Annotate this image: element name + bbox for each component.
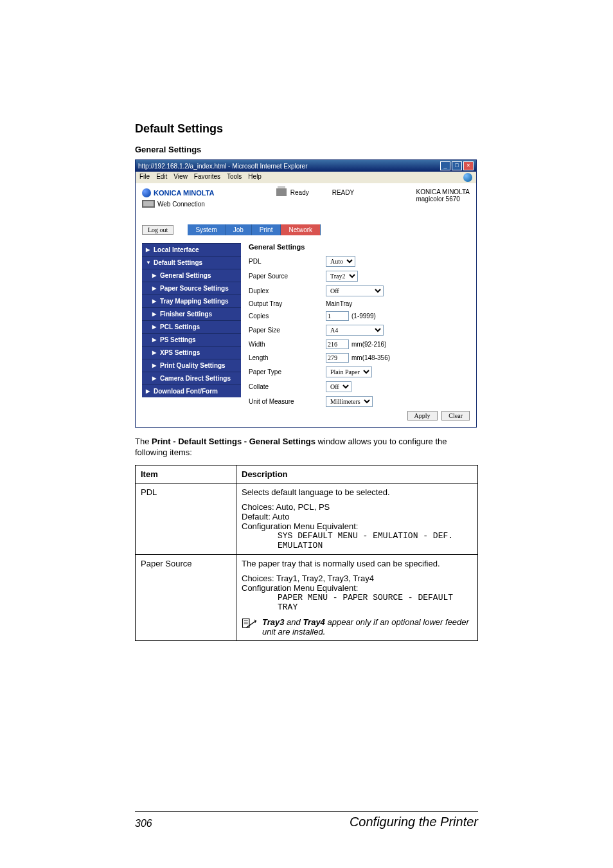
menu-edit: Edit bbox=[156, 173, 167, 182]
input-length[interactable] bbox=[326, 353, 349, 363]
ready-label: Ready bbox=[290, 189, 309, 196]
desc-line: Default: Auto bbox=[242, 512, 472, 521]
desc-line: The paper tray that is normally used can… bbox=[242, 559, 472, 568]
description-table: Item Description PDL Selects default lan… bbox=[135, 465, 478, 641]
desc-mono-line: SYS DEFAULT MENU - EMULATION - DEF. EMUL… bbox=[242, 531, 472, 550]
cell-desc-pdl: Selects default language to be selected.… bbox=[236, 483, 478, 554]
heading-general-settings: General Settings bbox=[135, 145, 478, 154]
sidebar-label: Download Font/Form bbox=[154, 388, 218, 395]
cell-item-pdl: PDL bbox=[136, 483, 236, 554]
label-length: Length bbox=[249, 354, 326, 361]
printer-icon bbox=[276, 188, 287, 196]
window-title: http://192.168.1.2/a_index.html - Micros… bbox=[138, 163, 307, 170]
sidebar-item-paper-source-settings[interactable]: Paper Source Settings bbox=[142, 282, 241, 294]
pagescope-icon bbox=[142, 200, 155, 208]
select-duplex[interactable]: Off bbox=[326, 285, 384, 296]
select-collate[interactable]: Off bbox=[326, 381, 351, 392]
sidebar-item-download-font-form[interactable]: Download Font/Form bbox=[142, 384, 241, 397]
minimize-icon: _ bbox=[440, 161, 450, 170]
browser-screenshot: http://192.168.1.2/a_index.html - Micros… bbox=[135, 159, 477, 428]
sidebar-item-ps-settings[interactable]: PS Settings bbox=[142, 333, 241, 346]
sidebar-item-print-quality-settings[interactable]: Print Quality Settings bbox=[142, 359, 241, 372]
input-copies[interactable] bbox=[326, 311, 349, 321]
sidebar-label: Finisher Settings bbox=[160, 311, 212, 318]
label-duplex: Duplex bbox=[249, 287, 326, 294]
label-pdl: PDL bbox=[249, 258, 326, 265]
caption-prefix: The bbox=[135, 437, 152, 446]
tab-system[interactable]: System bbox=[188, 224, 225, 235]
label-paper-size: Paper Size bbox=[249, 327, 326, 334]
select-paper-size[interactable]: A4 bbox=[326, 325, 384, 336]
sidebar-label: General Settings bbox=[160, 272, 211, 279]
sidebar-item-camera-direct-settings[interactable]: Camera Direct Settings bbox=[142, 372, 241, 384]
sidebar-item-xps-settings[interactable]: XPS Settings bbox=[142, 346, 241, 359]
tab-network[interactable]: Network bbox=[281, 224, 321, 235]
menu-tools: Tools bbox=[227, 173, 242, 182]
label-unit-of-measure: Unit of Measure bbox=[249, 398, 326, 405]
sidebar-label: XPS Settings bbox=[160, 349, 200, 356]
desc-line: Selects default language to be selected. bbox=[242, 487, 472, 497]
desc-line: Configuration Menu Equivalent: bbox=[242, 583, 472, 593]
sidebar-label: Local Interface bbox=[154, 246, 199, 253]
ie-icon bbox=[463, 173, 472, 182]
caption-paragraph: The Print - Default Settings - General S… bbox=[135, 437, 478, 458]
caption-bold: Print - Default Settings - General Setti… bbox=[152, 437, 315, 446]
desc-line: Choices: Tray1, Tray2, Tray3, Tray4 bbox=[242, 574, 472, 583]
sidebar-label: Default Settings bbox=[154, 259, 202, 266]
cell-item-paper-source: Paper Source bbox=[136, 554, 236, 640]
desc-line: Choices: Auto, PCL, PS bbox=[242, 502, 472, 512]
sidebar-item-general-settings[interactable]: General Settings bbox=[142, 269, 241, 282]
desc-mono-line: PAPER MENU - PAPER SOURCE - DEFAULT TRAY bbox=[242, 593, 472, 612]
suffix-width: mm(92-216) bbox=[351, 341, 386, 348]
sidebar-item-pcl-settings[interactable]: PCL Settings bbox=[142, 320, 241, 333]
table-head-item: Item bbox=[136, 465, 236, 483]
sidebar-item-finisher-settings[interactable]: Finisher Settings bbox=[142, 307, 241, 320]
label-copies: Copies bbox=[249, 312, 326, 320]
select-pdl[interactable]: Auto bbox=[326, 256, 355, 267]
maximize-icon: □ bbox=[452, 161, 462, 170]
pagescope-text: Web Connection bbox=[157, 201, 205, 208]
menu-favorites: Favorites bbox=[194, 173, 220, 182]
menubar: File Edit View Favorites Tools Help bbox=[136, 172, 476, 183]
table-head-description: Description bbox=[236, 465, 478, 483]
suffix-length: mm(148-356) bbox=[351, 354, 390, 361]
apply-button[interactable]: Apply bbox=[407, 411, 438, 420]
sidebar-label: Camera Direct Settings bbox=[160, 375, 231, 382]
sidebar-label: PS Settings bbox=[160, 336, 196, 343]
select-unit-of-measure[interactable]: Millimeters bbox=[326, 396, 373, 407]
sidebar-item-local-interface[interactable]: Local Interface bbox=[142, 243, 241, 256]
form-title: General Settings bbox=[249, 243, 470, 251]
brand-globe-icon bbox=[142, 188, 151, 197]
sidebar-item-tray-mapping-settings[interactable]: Tray Mapping Settings bbox=[142, 294, 241, 307]
page-footer-title: Configuring the Printer bbox=[350, 815, 478, 829]
tab-print[interactable]: Print bbox=[252, 224, 281, 235]
menu-view: View bbox=[173, 173, 188, 182]
select-paper-type[interactable]: Plain Paper bbox=[326, 366, 372, 377]
label-collate: Collate bbox=[249, 383, 326, 390]
sidebar-label: Tray Mapping Settings bbox=[160, 298, 229, 305]
sidebar-label: PCL Settings bbox=[160, 323, 200, 330]
device-brand: KONICA MINOLTA bbox=[416, 188, 470, 195]
sidebar-label: Print Quality Settings bbox=[160, 362, 226, 369]
suffix-copies: (1-9999) bbox=[351, 312, 376, 320]
label-width: Width bbox=[249, 341, 326, 348]
table-row: PDL Selects default language to be selec… bbox=[136, 483, 478, 554]
tab-job[interactable]: Job bbox=[226, 224, 252, 235]
cell-desc-paper-source: The paper tray that is normally used can… bbox=[236, 554, 478, 640]
desc-line: Configuration Menu Equivalent: bbox=[242, 521, 472, 531]
note-strong: Tray3 bbox=[262, 617, 284, 627]
clear-button[interactable]: Clear bbox=[441, 411, 470, 420]
ready-caps: READY bbox=[332, 189, 354, 196]
menu-help: Help bbox=[248, 173, 262, 182]
input-width[interactable] bbox=[326, 339, 349, 349]
note-text: and bbox=[284, 617, 303, 627]
heading-default-settings: Default Settings bbox=[135, 122, 478, 136]
value-output-tray: MainTray bbox=[326, 300, 352, 307]
logout-button[interactable]: Log out bbox=[142, 225, 173, 235]
form-area: General Settings PDLAuto Paper SourceTra… bbox=[249, 243, 470, 420]
sidebar-item-default-settings[interactable]: Default Settings bbox=[142, 256, 241, 269]
select-paper-source[interactable]: Tray2 bbox=[326, 271, 358, 282]
device-model: magicolor 5670 bbox=[416, 195, 470, 203]
page-footer: 306 Configuring the Printer bbox=[135, 811, 478, 829]
note-icon bbox=[242, 617, 257, 630]
